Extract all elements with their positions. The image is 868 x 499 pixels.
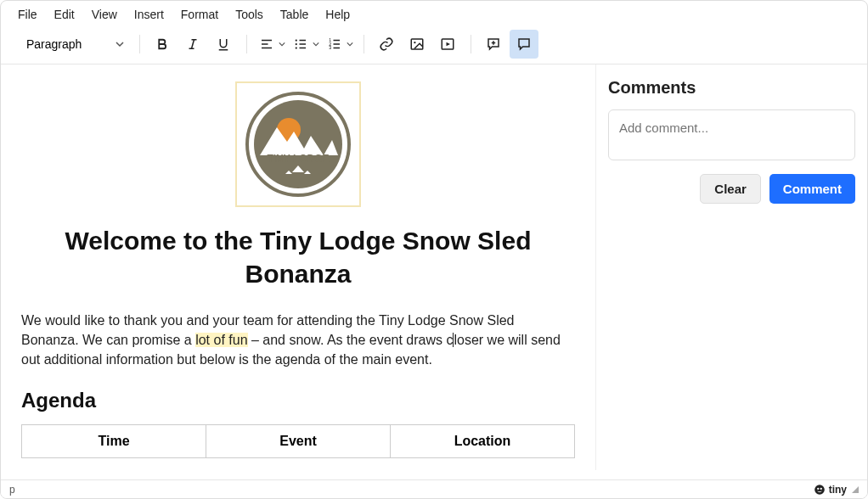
menu-help[interactable]: Help bbox=[325, 8, 350, 21]
add-comment-button[interactable] bbox=[479, 30, 508, 59]
image-icon bbox=[409, 36, 425, 52]
table-header-time[interactable]: Time bbox=[22, 424, 206, 457]
chevron-down-icon bbox=[347, 41, 353, 48]
image-button[interactable] bbox=[403, 30, 431, 59]
chevron-down-icon bbox=[279, 41, 285, 48]
menu-insert[interactable]: Insert bbox=[134, 8, 164, 21]
editor[interactable]: TINY LODGE Welcome to the Tiny Lodge Sno… bbox=[1, 64, 595, 470]
table-header-location[interactable]: Location bbox=[391, 424, 575, 457]
para-text: – and snow. As the event draws c bbox=[248, 333, 454, 347]
underline-button[interactable] bbox=[209, 30, 238, 59]
table-row[interactable]: Time Event Location bbox=[22, 424, 575, 457]
menu-file[interactable]: File bbox=[18, 8, 37, 21]
underline-icon bbox=[216, 36, 231, 52]
italic-icon bbox=[185, 36, 200, 52]
menu-edit[interactable]: Edit bbox=[54, 8, 75, 21]
svg-point-28 bbox=[814, 485, 825, 495]
comment-actions: Clear Comment bbox=[608, 174, 855, 204]
content-area: TINY LODGE Welcome to the Tiny Lodge Sno… bbox=[1, 64, 867, 470]
add-comment-icon bbox=[486, 36, 501, 52]
menubar: File Edit View Insert Format Tools Table… bbox=[1, 1, 867, 26]
bold-button[interactable] bbox=[148, 30, 177, 59]
agenda-table[interactable]: Time Event Location bbox=[21, 424, 575, 458]
media-button[interactable] bbox=[433, 30, 462, 59]
svg-point-7 bbox=[296, 39, 297, 41]
element-path[interactable]: p bbox=[9, 484, 15, 496]
comment-icon bbox=[516, 36, 532, 52]
italic-button[interactable] bbox=[178, 30, 207, 59]
clear-button[interactable]: Clear bbox=[700, 174, 761, 204]
menu-view[interactable]: View bbox=[92, 8, 117, 21]
menu-tools[interactable]: Tools bbox=[235, 8, 263, 21]
comments-title: Comments bbox=[608, 78, 855, 98]
show-comments-button[interactable] bbox=[510, 30, 538, 59]
numbered-list-icon: 123 bbox=[327, 36, 342, 52]
table-header-event[interactable]: Event bbox=[206, 424, 391, 457]
bullet-list-icon bbox=[293, 36, 308, 52]
menu-table[interactable]: Table bbox=[280, 8, 308, 21]
comment-button[interactable]: Comment bbox=[769, 174, 855, 204]
tiny-branding-text: tiny bbox=[829, 484, 847, 496]
play-icon bbox=[440, 36, 455, 52]
link-button[interactable] bbox=[372, 30, 401, 59]
agenda-heading[interactable]: Agenda bbox=[21, 389, 575, 412]
comments-sidebar: Comments Clear Comment bbox=[595, 64, 867, 470]
svg-point-20 bbox=[414, 42, 416, 43]
document-paragraph[interactable]: We would like to thank you and your team… bbox=[21, 311, 575, 370]
tiny-logo-icon bbox=[814, 484, 826, 496]
align-left-icon bbox=[259, 36, 274, 52]
menu-format[interactable]: Format bbox=[181, 8, 218, 21]
block-format-label: Paragraph bbox=[26, 37, 82, 51]
svg-point-29 bbox=[817, 487, 819, 489]
svg-line-2 bbox=[192, 40, 194, 49]
svg-text:TINY LODGE: TINY LODGE bbox=[267, 153, 329, 165]
toolbar: Paragraph 123 bbox=[1, 26, 867, 64]
highlighted-text: lot of fun bbox=[195, 333, 247, 347]
block-format-select[interactable]: Paragraph bbox=[20, 34, 131, 54]
svg-point-9 bbox=[296, 47, 297, 48]
chevron-down-icon bbox=[116, 40, 124, 48]
svg-point-30 bbox=[820, 487, 821, 489]
align-button[interactable] bbox=[255, 30, 287, 59]
link-icon bbox=[379, 36, 394, 52]
numbered-list-button[interactable]: 123 bbox=[323, 30, 355, 59]
svg-text:3: 3 bbox=[330, 45, 332, 50]
resize-handle[interactable] bbox=[852, 486, 859, 493]
tiny-branding[interactable]: tiny bbox=[814, 484, 847, 496]
comment-input[interactable] bbox=[608, 109, 855, 160]
svg-point-8 bbox=[296, 43, 297, 45]
chevron-down-icon bbox=[313, 41, 319, 48]
document-title[interactable]: Welcome to the Tiny Lodge Snow Sled Bona… bbox=[21, 224, 575, 290]
bold-icon bbox=[155, 36, 170, 52]
statusbar: p tiny bbox=[1, 479, 867, 498]
tiny-lodge-logo-icon: TINY LODGE bbox=[243, 89, 353, 199]
bullet-list-button[interactable] bbox=[289, 30, 321, 59]
document-logo[interactable]: TINY LODGE bbox=[235, 81, 361, 207]
